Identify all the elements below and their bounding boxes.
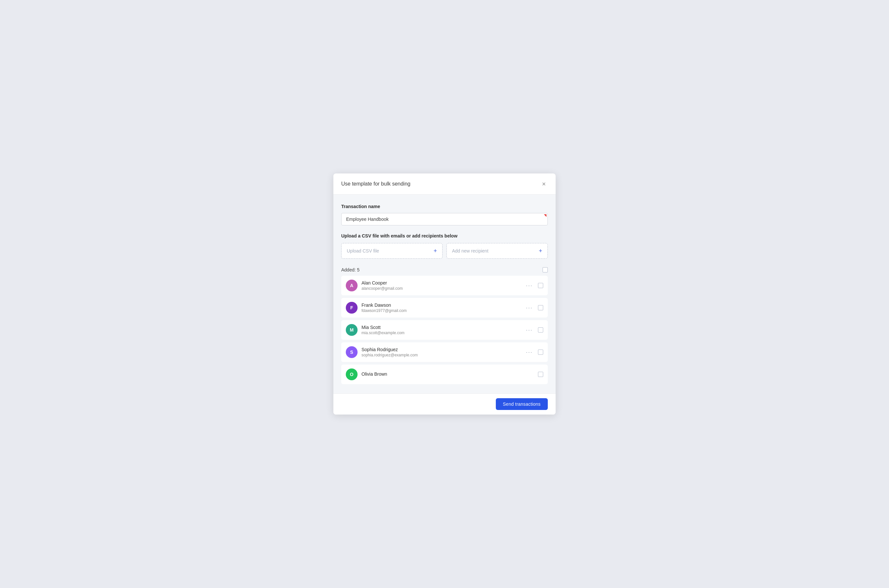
added-count-row: Added: 5	[341, 265, 548, 276]
transaction-name-label: Transaction name	[341, 204, 548, 209]
recipient-info: Mia Scott mia.scott@example.com	[362, 325, 524, 335]
more-options-button[interactable]: ···	[524, 282, 534, 289]
recipient-actions: ···	[524, 304, 543, 311]
recipient-item: A Alan Cooper alancooper@gmail.com ···	[341, 276, 548, 295]
send-transactions-button[interactable]: Send transactions	[496, 398, 548, 410]
upload-csv-label: Upload CSV file	[347, 248, 379, 254]
recipient-email: fdawson1977@gmail.com	[362, 308, 524, 313]
recipients-list: A Alan Cooper alancooper@gmail.com ··· F…	[341, 276, 548, 384]
close-button[interactable]: ×	[540, 180, 548, 188]
recipient-actions: ···	[524, 348, 543, 356]
recipient-name: Frank Dawson	[362, 303, 524, 308]
recipient-item: F Frank Dawson fdawson1977@gmail.com ···	[341, 298, 548, 318]
more-options-button[interactable]: ···	[524, 326, 534, 333]
upload-csv-plus-icon: +	[433, 248, 437, 254]
recipient-name: Mia Scott	[362, 325, 524, 330]
recipient-email: alancooper@gmail.com	[362, 286, 524, 291]
avatar: O	[346, 369, 357, 380]
recipient-info: Sophia Rodriguez sophia.rodriguez@exampl…	[362, 347, 524, 357]
avatar: A	[346, 280, 357, 291]
recipient-info: Frank Dawson fdawson1977@gmail.com	[362, 303, 524, 313]
recipient-email: sophia.rodriguez@example.com	[362, 353, 524, 357]
recipient-info: Alan Cooper alancooper@gmail.com	[362, 280, 524, 291]
recipient-checkbox[interactable]	[538, 327, 543, 333]
recipient-checkbox[interactable]	[538, 350, 543, 355]
transaction-name-section: Transaction name	[341, 204, 548, 225]
avatar: F	[346, 302, 357, 314]
recipient-checkbox[interactable]	[538, 283, 543, 288]
avatar: S	[346, 346, 357, 358]
more-options-button[interactable]: ···	[524, 304, 534, 311]
recipient-actions	[538, 372, 543, 377]
recipient-email: mia.scott@example.com	[362, 331, 524, 335]
modal-footer: Send transactions	[333, 393, 556, 414]
upload-section: Upload a CSV file with emails or add rec…	[341, 233, 548, 259]
add-recipient-label: Add new recipient	[452, 248, 488, 254]
add-recipient-plus-icon: +	[539, 248, 542, 254]
more-options-button[interactable]: ···	[524, 348, 534, 356]
bulk-send-modal: Use template for bulk sending × Transact…	[333, 174, 556, 414]
recipient-item: S Sophia Rodriguez sophia.rodriguez@exam…	[341, 342, 548, 362]
select-all-checkbox[interactable]	[542, 267, 548, 273]
recipient-name: Sophia Rodriguez	[362, 347, 524, 352]
recipient-checkbox[interactable]	[538, 372, 543, 377]
upload-section-label: Upload a CSV file with emails or add rec…	[341, 233, 548, 238]
required-indicator	[544, 214, 547, 217]
recipient-actions: ···	[524, 282, 543, 289]
avatar: M	[346, 324, 357, 336]
modal-title: Use template for bulk sending	[341, 181, 410, 187]
recipient-checkbox[interactable]	[538, 305, 543, 310]
recipient-name: Olivia Brown	[362, 371, 538, 376]
transaction-name-input-wrapper	[341, 213, 548, 225]
recipient-info: Olivia Brown	[362, 371, 538, 377]
recipient-actions: ···	[524, 326, 543, 333]
transaction-name-input[interactable]	[341, 213, 548, 225]
modal-body: Transaction name Upload a CSV file with …	[333, 195, 556, 393]
add-recipient-box[interactable]: Add new recipient +	[446, 243, 548, 259]
added-count-label: Added: 5	[341, 267, 359, 273]
upload-row: Upload CSV file + Add new recipient +	[341, 243, 548, 259]
recipient-name: Alan Cooper	[362, 280, 524, 285]
recipient-item: M Mia Scott mia.scott@example.com ···	[341, 320, 548, 340]
recipient-item: O Olivia Brown	[341, 364, 548, 384]
upload-csv-box[interactable]: Upload CSV file +	[341, 243, 443, 259]
modal-header: Use template for bulk sending ×	[333, 174, 556, 195]
